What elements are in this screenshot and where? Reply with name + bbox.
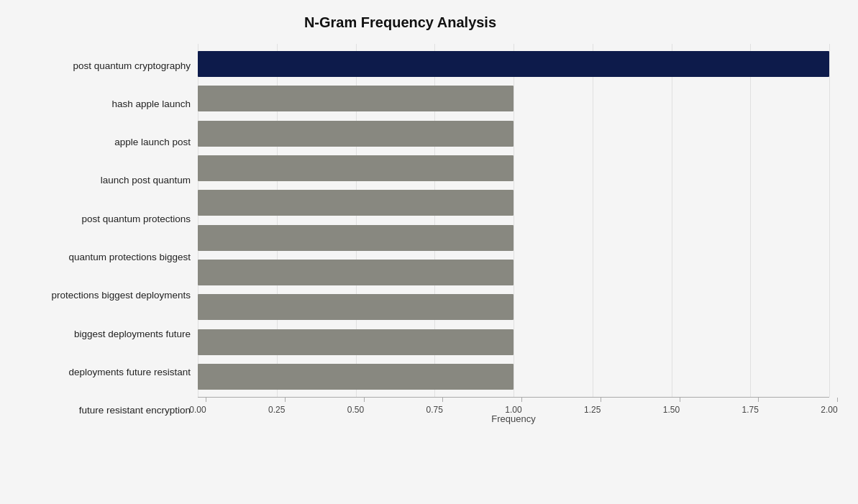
bar xyxy=(198,121,514,147)
bars-area xyxy=(198,44,829,397)
x-axis-title: Frequency xyxy=(198,413,829,424)
bar xyxy=(198,225,514,251)
y-label: quantum protections biggest xyxy=(68,239,191,276)
x-tick-label: 0.25 xyxy=(268,405,285,415)
bar xyxy=(198,190,514,216)
bar xyxy=(198,86,514,111)
bar-row xyxy=(198,290,829,324)
y-label: post quantum cryptography xyxy=(73,47,191,85)
x-tick-label: 1.50 xyxy=(663,405,680,415)
bar xyxy=(198,155,514,181)
x-tick: 0.00 xyxy=(198,398,214,415)
chart-container: N-Gram Frequency Analysis post quantum c… xyxy=(0,0,858,504)
x-tick-line xyxy=(285,398,286,402)
x-tick-line xyxy=(442,398,443,402)
x-tick-line xyxy=(837,398,838,402)
x-tick-line xyxy=(601,398,601,402)
bar-row xyxy=(198,325,829,359)
x-tick-label: 0.50 xyxy=(347,405,364,415)
x-tick-label: 1.00 xyxy=(505,405,521,415)
bar xyxy=(198,260,514,285)
chart-area: post quantum cryptographyhash apple laun… xyxy=(14,44,829,433)
x-tick-line xyxy=(364,398,365,402)
bars-and-x: 0.000.250.500.751.001.251.501.752.00Freq… xyxy=(198,44,829,433)
x-tick-line xyxy=(206,398,206,402)
bar-row xyxy=(198,47,829,81)
x-axis: 0.000.250.500.751.001.251.501.752.00Freq… xyxy=(198,397,829,433)
y-label: hash apple launch xyxy=(111,86,191,123)
gridline xyxy=(829,44,830,397)
x-tick-label: 0.75 xyxy=(426,405,443,415)
x-tick: 1.25 xyxy=(593,398,609,415)
bar-row xyxy=(198,151,829,185)
bar-row xyxy=(198,255,829,290)
y-label: post quantum protections xyxy=(81,201,191,238)
bar-row xyxy=(198,221,829,255)
y-label: future resistant encryption xyxy=(79,392,191,429)
y-label: deployments future resistant xyxy=(68,354,191,391)
x-tick-line xyxy=(680,398,680,402)
bar xyxy=(198,364,514,390)
y-axis: post quantum cryptographyhash apple laun… xyxy=(14,44,198,433)
bar xyxy=(198,294,514,320)
bar xyxy=(198,51,829,77)
x-tick-line xyxy=(521,398,522,402)
x-tick-label: 0.00 xyxy=(189,405,206,415)
y-label: biggest deployments future xyxy=(74,316,191,353)
bar-row xyxy=(198,116,829,151)
x-tick: 0.50 xyxy=(356,398,373,415)
x-tick-label: 1.25 xyxy=(584,405,601,415)
y-label: launch post quantum xyxy=(101,162,191,200)
y-label: protections biggest deployments xyxy=(51,277,191,314)
x-tick: 0.25 xyxy=(277,398,293,415)
bar-row xyxy=(198,359,829,394)
x-tick: 1.50 xyxy=(672,398,688,415)
bar-row xyxy=(198,185,829,220)
bar-row xyxy=(198,81,829,116)
x-tick: 1.00 xyxy=(514,398,530,415)
x-tick-line xyxy=(758,398,759,402)
x-tick: 0.75 xyxy=(434,398,451,415)
x-tick-label: 2.00 xyxy=(821,405,837,415)
y-label: apple launch post xyxy=(114,124,191,161)
chart-title: N-Gram Frequency Analysis xyxy=(14,14,829,31)
x-tick-label: 1.75 xyxy=(742,405,759,415)
x-tick: 2.00 xyxy=(829,398,846,415)
bars-inner xyxy=(198,44,829,397)
x-tick: 1.75 xyxy=(750,398,767,415)
bar xyxy=(198,329,514,355)
